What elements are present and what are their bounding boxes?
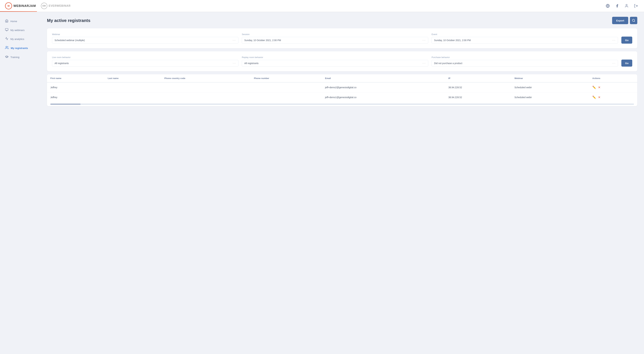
svg-line-9 bbox=[634, 21, 635, 22]
analytics-icon bbox=[5, 37, 8, 41]
wj-logo-circle: W bbox=[5, 2, 12, 10]
registrants-table-card: First name Last name Phone country code … bbox=[47, 74, 637, 106]
purchase-value: Did not purchase a product bbox=[434, 62, 462, 64]
page-title: My active registrants bbox=[47, 18, 90, 23]
go-button-1[interactable]: Go bbox=[621, 36, 632, 44]
col-phone-number: Phone number bbox=[250, 74, 322, 82]
cell-actions: ✏️ ✕ bbox=[589, 92, 637, 102]
home-icon bbox=[5, 19, 8, 23]
filter-card-1: Webinar Scheduled webinar (multiple) ···… bbox=[47, 28, 637, 48]
col-actions: Actions bbox=[589, 74, 637, 82]
sidebar-label-webinars: My webinars bbox=[10, 29, 24, 32]
page-header: My active registrants Export bbox=[47, 17, 637, 24]
session-filter-group: Session Sunday, 10 October 2021, 2:00 PM… bbox=[242, 33, 428, 44]
delete-icon[interactable]: ✕ bbox=[598, 96, 600, 99]
ew-logo-text: EVERWEBINAR bbox=[49, 4, 71, 8]
cell-phone-country bbox=[161, 82, 251, 92]
cell-first-name: Jeffrey bbox=[47, 92, 104, 102]
table-row: Jeffrey jeff+demo1@genesisdigital.co 38.… bbox=[47, 92, 637, 102]
header-icons bbox=[605, 3, 639, 9]
session-value: Sunday, 10 October 2021, 2:00 PM bbox=[244, 39, 281, 42]
cell-ip: 38.94.228.52 bbox=[445, 92, 511, 102]
sidebar-item-training[interactable]: Training bbox=[0, 53, 40, 62]
webinar-dots: ··· bbox=[233, 39, 236, 42]
event-dots: ··· bbox=[612, 39, 616, 42]
session-label: Session bbox=[242, 33, 428, 36]
table-row: Jeffrey jeff+demo2@genesisdigital.co 38.… bbox=[47, 82, 637, 92]
col-first-name: First name bbox=[47, 74, 104, 82]
sidebar: Home My webinars My analytics bbox=[0, 12, 40, 354]
user-icon[interactable] bbox=[624, 3, 630, 9]
webinar-value: Scheduled webinar (multiple) bbox=[54, 39, 85, 42]
webinar-filter-group: Webinar Scheduled webinar (multiple) ··· bbox=[52, 33, 238, 44]
scrollbar-thumb[interactable] bbox=[50, 104, 80, 105]
webinarjam-logo[interactable]: W WEBINARJAM bbox=[5, 2, 36, 10]
export-button[interactable]: Export bbox=[612, 17, 628, 24]
logout-icon[interactable] bbox=[633, 3, 639, 9]
filter-card-2: Live room behavior All registrants ··· R… bbox=[47, 51, 637, 71]
replay-select[interactable]: All registrants ··· bbox=[242, 60, 428, 66]
everwebinar-logo[interactable]: EW EVERWEBINAR bbox=[41, 3, 71, 9]
sidebar-item-registrants[interactable]: My registrants bbox=[0, 44, 40, 53]
replay-value: All registrants bbox=[244, 62, 258, 64]
live-value: All registrants bbox=[54, 62, 69, 64]
scrollbar-track bbox=[50, 104, 634, 105]
go-button-2[interactable]: Go bbox=[621, 60, 632, 66]
cell-webinar: Scheduled webir bbox=[511, 82, 589, 92]
cell-first-name: Jeffrey bbox=[47, 82, 104, 92]
purchase-filter-group: Purchase behavior Did not purchase a pro… bbox=[432, 56, 618, 66]
search-button[interactable] bbox=[630, 17, 637, 24]
sidebar-label-home: Home bbox=[10, 20, 17, 23]
wj-logo-text: WEBINARJAM bbox=[14, 4, 36, 8]
delete-icon[interactable]: ✕ bbox=[598, 86, 600, 89]
event-label: Event bbox=[432, 33, 618, 36]
live-select[interactable]: All registrants ··· bbox=[52, 60, 238, 66]
cell-email: jeff+demo2@genesisdigital.co bbox=[322, 82, 445, 92]
event-select[interactable]: Sunday, 10 October 2021, 2:00 PM ··· bbox=[432, 37, 618, 44]
sidebar-item-home[interactable]: Home bbox=[0, 17, 40, 26]
training-icon bbox=[5, 55, 8, 59]
main-content: My active registrants Export Webinar bbox=[40, 12, 644, 354]
replay-dots: ··· bbox=[422, 62, 426, 65]
header-actions: Export bbox=[612, 17, 637, 24]
col-ip: IP bbox=[445, 74, 511, 82]
sidebar-item-webinars[interactable]: My webinars bbox=[0, 26, 40, 34]
svg-rect-4 bbox=[5, 28, 8, 30]
svg-point-8 bbox=[632, 19, 634, 22]
facebook-icon[interactable] bbox=[614, 3, 620, 9]
cell-phone-number bbox=[250, 92, 322, 102]
cell-last-name bbox=[104, 82, 161, 92]
session-select[interactable]: Sunday, 10 October 2021, 2:00 PM ··· bbox=[242, 37, 428, 44]
cell-ip: 38.94.228.52 bbox=[445, 82, 511, 92]
event-value: Sunday, 10 October 2021, 2:00 PM bbox=[434, 39, 471, 42]
live-filter-group: Live room behavior All registrants ··· bbox=[52, 56, 238, 66]
globe-icon[interactable] bbox=[605, 3, 611, 9]
table-body: Jeffrey jeff+demo2@genesisdigital.co 38.… bbox=[47, 82, 637, 102]
sidebar-item-analytics[interactable]: My analytics bbox=[0, 34, 40, 44]
registrants-icon bbox=[5, 46, 9, 50]
svg-point-7 bbox=[6, 46, 7, 48]
cell-webinar: Scheduled webir bbox=[511, 92, 589, 102]
app-header: W WEBINARJAM EW EVERWEBINAR bbox=[0, 0, 644, 12]
cell-phone-country bbox=[161, 92, 251, 102]
col-email: Email bbox=[322, 74, 445, 82]
monitor-icon bbox=[5, 28, 8, 32]
ew-logo-circle: EW bbox=[41, 3, 47, 9]
col-phone-country: Phone country code bbox=[161, 74, 251, 82]
purchase-select[interactable]: Did not purchase a product ··· bbox=[432, 60, 618, 66]
purchase-dots: ··· bbox=[612, 62, 616, 65]
sidebar-label-analytics: My analytics bbox=[10, 38, 24, 40]
event-filter-group: Event Sunday, 10 October 2021, 2:00 PM ·… bbox=[432, 33, 618, 44]
header-logos: W WEBINARJAM EW EVERWEBINAR bbox=[5, 2, 71, 10]
webinar-label: Webinar bbox=[52, 33, 238, 36]
table-wrapper: First name Last name Phone country code … bbox=[47, 74, 637, 102]
filter-row-1: Webinar Scheduled webinar (multiple) ···… bbox=[52, 33, 632, 44]
purchase-label: Purchase behavior bbox=[432, 56, 618, 58]
live-dots: ··· bbox=[233, 62, 236, 65]
edit-icon[interactable]: ✏️ bbox=[592, 86, 596, 89]
edit-icon[interactable]: ✏️ bbox=[592, 96, 596, 99]
sidebar-label-registrants: My registrants bbox=[11, 47, 28, 50]
session-dots: ··· bbox=[422, 39, 426, 42]
cell-email: jeff+demo1@genesisdigital.co bbox=[322, 92, 445, 102]
webinar-select[interactable]: Scheduled webinar (multiple) ··· bbox=[52, 37, 238, 44]
